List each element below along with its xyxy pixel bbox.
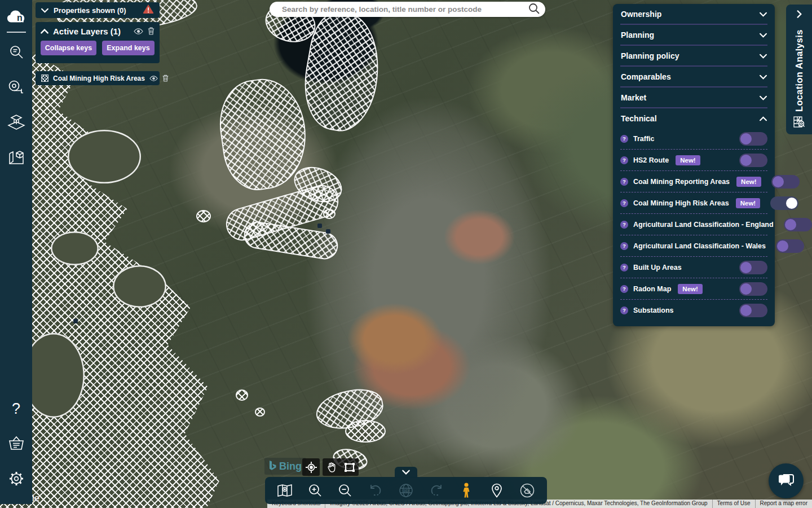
toolbar-collapse-tab[interactable] xyxy=(395,467,417,478)
basket-icon[interactable] xyxy=(7,434,26,453)
collapse-keys-button[interactable]: Collapse keys xyxy=(41,41,96,55)
redo-button[interactable] xyxy=(427,481,446,500)
layer-toggle-label: Radon Map xyxy=(633,285,671,293)
no-pin-button[interactable] xyxy=(518,481,537,500)
help-tooltip-icon[interactable]: ? xyxy=(620,306,628,314)
layer-toggle-row: ? Built Up Areas xyxy=(613,257,775,278)
nimbus-logo-icon[interactable]: n xyxy=(7,7,26,26)
help-tooltip-icon[interactable]: ? xyxy=(620,135,628,143)
chevron-up-icon[interactable] xyxy=(41,26,48,36)
layer-toggle-switch[interactable] xyxy=(784,218,812,231)
section-label: Market xyxy=(621,93,646,102)
layer-toggle-switch[interactable] xyxy=(739,282,767,296)
section-comparables[interactable]: Comparables xyxy=(613,67,775,86)
layer-toggle-row: ? Agricultural Land Classification - Eng… xyxy=(613,214,775,235)
legend-map-button[interactable] xyxy=(275,481,294,500)
help-tooltip-icon[interactable]: ? xyxy=(620,285,628,293)
section-ownership[interactable]: Ownership xyxy=(613,4,775,24)
layer-toggle-row: ? Coal Mining Reporting Areas New! xyxy=(613,171,775,192)
svg-text:3D: 3D xyxy=(403,489,408,493)
undo-button[interactable] xyxy=(366,481,385,500)
properties-shown-bar[interactable]: Properties shown (0) xyxy=(36,2,160,18)
help-tooltip-icon[interactable]: ? xyxy=(620,199,628,207)
hatch-hole xyxy=(113,265,166,308)
active-layer-row[interactable]: Coal Mining High Risk Areas xyxy=(36,71,160,85)
app-window: le Keyboard shortcuts Imagery ©2025 Airb… xyxy=(0,0,812,508)
chevron-down-icon xyxy=(760,51,767,61)
search-input[interactable] xyxy=(282,5,528,14)
section-planning[interactable]: Planning xyxy=(613,25,775,45)
layer-toggle-row: ? Traffic xyxy=(613,128,775,149)
section-label: Ownership xyxy=(621,10,661,19)
help-tooltip-icon[interactable]: ? xyxy=(620,156,628,164)
hatch-hole xyxy=(68,130,141,183)
search-properties-icon[interactable] xyxy=(7,43,26,62)
help-tooltip-icon[interactable]: ? xyxy=(620,242,628,250)
new-badge: New! xyxy=(678,284,702,294)
eye-icon[interactable] xyxy=(134,28,143,34)
globe-3d-button[interactable]: 3D xyxy=(396,481,416,500)
map-toolbar: 3D xyxy=(265,477,547,504)
chevron-up-icon xyxy=(760,113,767,124)
marquee-select-icon[interactable] xyxy=(344,462,355,472)
zoom-out-button[interactable] xyxy=(336,481,355,500)
site-layers-icon[interactable] xyxy=(7,113,26,132)
layer-toggle-switch[interactable] xyxy=(739,132,767,146)
active-layers-panel: Active Layers (1) Collapse keys Expand k… xyxy=(36,22,160,63)
layer-toggle-switch[interactable] xyxy=(739,261,767,274)
layer-toggle-switch[interactable] xyxy=(739,154,767,167)
section-label: Planning policy xyxy=(621,51,679,60)
sidebar-divider xyxy=(7,32,26,33)
layer-toggle-switch[interactable] xyxy=(771,175,800,189)
help-tooltip-icon[interactable]: ? xyxy=(620,178,628,186)
trash-icon[interactable] xyxy=(148,27,155,35)
map-marker-dark xyxy=(326,229,330,234)
help-tooltip-icon[interactable]: ? xyxy=(620,264,628,271)
report-map-error-link[interactable]: Report a map error xyxy=(755,500,812,508)
section-planning-policy[interactable]: Planning policy xyxy=(613,46,775,65)
expand-keys-button[interactable]: Expand keys xyxy=(102,41,155,55)
chevron-down-icon xyxy=(760,93,767,103)
pan-hand-icon[interactable] xyxy=(326,462,337,473)
location-analysis-label: Location Analysis xyxy=(794,21,805,112)
hatch-swatch-icon xyxy=(41,75,48,82)
layer-toggle-label: Coal Mining High Risk Areas xyxy=(633,199,729,207)
left-sidebar: n xyxy=(0,0,32,504)
layer-toggle-row: ? HS2 Route New! xyxy=(613,150,775,170)
svg-text:n: n xyxy=(16,13,22,23)
new-badge: New! xyxy=(736,198,760,208)
location-analysis-tab[interactable]: Location Analysis xyxy=(786,5,812,134)
settings-gear-icon[interactable] xyxy=(7,469,26,488)
measure-tape-icon[interactable] xyxy=(7,78,26,97)
map-tool-group xyxy=(323,458,359,476)
map-marker-dark xyxy=(317,224,322,228)
coal-hatch-blob xyxy=(345,420,386,443)
chevron-right-icon xyxy=(797,10,802,20)
eye-icon[interactable] xyxy=(149,76,158,81)
layer-toggle-switch[interactable] xyxy=(739,304,767,317)
search-icon[interactable] xyxy=(528,3,540,16)
hatch-hole xyxy=(51,231,99,265)
search-bar xyxy=(270,2,545,17)
map-3d-icon[interactable] xyxy=(7,148,26,167)
help-icon[interactable]: ? xyxy=(7,399,26,418)
locate-me-button[interactable] xyxy=(302,458,320,476)
section-label: Planning xyxy=(621,30,654,40)
coal-hatch-blob xyxy=(236,389,248,401)
chevron-down-icon xyxy=(760,9,767,19)
layer-toggle-label: Substations xyxy=(633,306,674,314)
site-report-icon[interactable] xyxy=(792,115,806,131)
drop-pin-button[interactable] xyxy=(487,481,506,500)
pegman-button[interactable] xyxy=(457,481,476,500)
terms-of-use-link[interactable]: Terms of Use xyxy=(712,500,755,508)
help-tooltip-icon[interactable]: ? xyxy=(620,221,628,229)
chat-button[interactable] xyxy=(769,463,804,498)
warning-icon xyxy=(143,4,154,16)
zoom-in-button[interactable] xyxy=(306,481,325,500)
trash-icon[interactable] xyxy=(162,75,169,82)
layer-toggle-switch[interactable] xyxy=(770,196,798,210)
section-technical[interactable]: Technical xyxy=(613,108,775,128)
section-market[interactable]: Market xyxy=(613,87,775,107)
chevron-down-icon xyxy=(760,72,767,82)
layer-toggle-switch[interactable] xyxy=(776,239,804,253)
